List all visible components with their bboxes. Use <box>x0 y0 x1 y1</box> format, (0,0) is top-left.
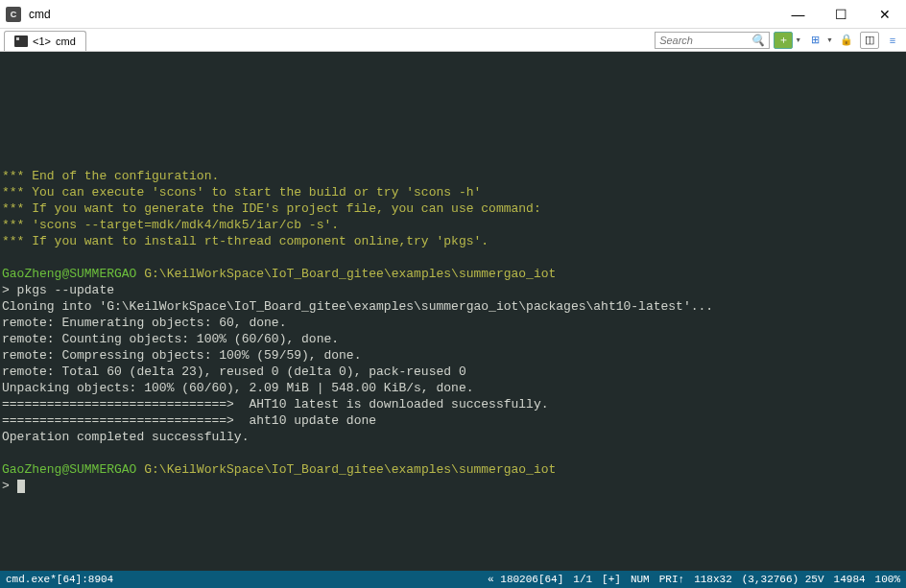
windows-dropdown[interactable]: ▼ <box>826 36 833 43</box>
terminal-line: remote: Total 60 (delta 23), reused 0 (d… <box>2 364 906 380</box>
lock-button[interactable]: 🔒 <box>837 32 856 49</box>
titlebar: C cmd — ☐ ✕ <box>0 0 906 29</box>
maximize-button[interactable]: ☐ <box>820 0 863 29</box>
new-tab-button[interactable]: ＋ <box>774 32 793 49</box>
terminal-line: ==============================> aht10 up… <box>2 412 906 429</box>
status-item: (3,32766) 25V <box>742 574 824 585</box>
toolbar-right: 🔍 ＋ ▼ ⊞ ▼ 🔒 ◫ ≡ <box>655 29 906 51</box>
search-icon[interactable]: 🔍 <box>751 34 765 47</box>
terminal-line: remote: Compressing objects: 100% (59/59… <box>2 347 906 364</box>
terminal-icon <box>14 35 28 47</box>
terminal-line <box>2 152 906 168</box>
terminal-line: *** If you want to generate the IDE's pr… <box>2 200 906 217</box>
windows-button[interactable]: ⊞ <box>805 32 824 49</box>
terminal-line <box>2 86 906 103</box>
minimize-button[interactable]: — <box>776 0 820 29</box>
terminal-line: *** 'scons --target=mdk/mdk4/mdk5/iar/cb… <box>2 217 906 233</box>
status-right: « 180206[64]1/1[+]NUMPRI↑118x32(3,32766)… <box>488 574 900 585</box>
app-icon: C <box>6 7 21 22</box>
terminal-output[interactable]: *** End of the configuration.*** You can… <box>0 52 906 571</box>
terminal-line: remote: Counting objects: 100% (60/60), … <box>2 331 906 347</box>
status-item: « 180206[64] <box>488 574 563 585</box>
menu-button[interactable]: ≡ <box>883 32 902 49</box>
terminal-line: > pkgs --update <box>2 282 906 298</box>
tab-bar: <1> cmd 🔍 ＋ ▼ ⊞ ▼ 🔒 ◫ ≡ <box>0 29 906 52</box>
terminal-line <box>2 445 906 461</box>
status-process: cmd.exe*[64]:8904 <box>6 574 113 585</box>
terminal-line <box>2 70 906 86</box>
search-input[interactable] <box>659 35 751 46</box>
terminal-line: *** You can execute 'scons' to start the… <box>2 184 906 200</box>
status-bar: cmd.exe*[64]:8904 « 180206[64]1/1[+]NUMP… <box>0 571 906 588</box>
terminal-line: > <box>2 478 906 494</box>
split-view-button[interactable]: ◫ <box>860 32 879 49</box>
tab-label: cmd <box>56 35 76 47</box>
terminal-line <box>2 119 906 135</box>
terminal-line: Operation completed successfully. <box>2 429 906 445</box>
status-item: 1/1 <box>573 574 592 585</box>
terminal-line <box>2 249 906 266</box>
search-box[interactable]: 🔍 <box>655 32 770 49</box>
terminal-line: *** If you want to install rt-thread com… <box>2 233 906 249</box>
status-item: 14984 <box>834 574 866 585</box>
window-title: cmd <box>29 8 51 21</box>
terminal-line: Cloning into 'G:\KeilWorkSpace\IoT_Board… <box>2 298 906 315</box>
status-item: 100% <box>875 574 900 585</box>
terminal-line: *** End of the configuration. <box>2 168 906 184</box>
terminal-line: GaoZheng@SUMMERGAO G:\KeilWorkSpace\IoT_… <box>2 266 906 282</box>
status-item: [+] <box>602 574 621 585</box>
cursor <box>17 480 25 493</box>
status-item: NUM <box>631 574 650 585</box>
status-item: PRI↑ <box>659 574 684 585</box>
close-button[interactable]: ✕ <box>863 0 906 29</box>
terminal-line: GaoZheng@SUMMERGAO G:\KeilWorkSpace\IoT_… <box>2 461 906 478</box>
terminal-line: remote: Enumerating objects: 60, done. <box>2 315 906 331</box>
status-item: 118x32 <box>694 574 732 585</box>
terminal-line <box>2 54 906 70</box>
tab-index: <1> <box>33 35 51 47</box>
terminal-line <box>2 135 906 152</box>
terminal-line: ==============================> AHT10 la… <box>2 396 906 412</box>
terminal-line <box>2 103 906 119</box>
tab-cmd[interactable]: <1> cmd <box>4 31 86 51</box>
terminal-line: Unpacking objects: 100% (60/60), 2.09 Mi… <box>2 380 906 396</box>
new-tab-dropdown[interactable]: ▼ <box>795 36 801 43</box>
